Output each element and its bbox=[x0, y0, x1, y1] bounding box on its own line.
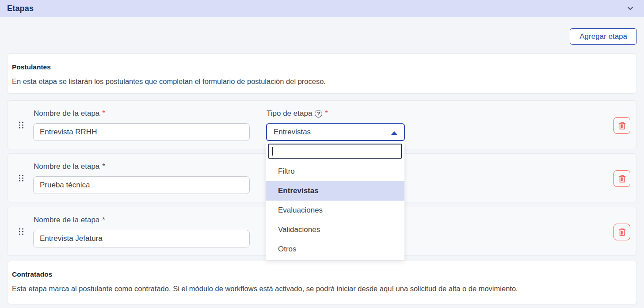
contratados-description: Esta etapa marca al postulante como cont… bbox=[12, 285, 626, 293]
delete-stage-button[interactable] bbox=[614, 224, 630, 240]
chevron-down-icon[interactable] bbox=[626, 4, 634, 12]
dropdown-option-validaciones[interactable]: Validaciones bbox=[266, 220, 404, 240]
required-asterisk: * bbox=[102, 216, 105, 224]
postulantes-card: Postulantes En esta etapa se listarán lo… bbox=[7, 53, 637, 94]
dropdown-option-entrevistas[interactable]: Entrevistas bbox=[266, 181, 404, 201]
stage-name-input[interactable] bbox=[33, 176, 250, 194]
delete-stage-button[interactable] bbox=[614, 117, 630, 134]
required-asterisk: * bbox=[102, 162, 105, 171]
stage-name-input[interactable] bbox=[33, 123, 250, 141]
trash-icon bbox=[618, 228, 626, 236]
stage-name-label: Nombre de la etapa * bbox=[34, 216, 105, 224]
delete-stage-button[interactable] bbox=[614, 170, 630, 187]
dropdown-options-list: Filtro Entrevistas Evaluaciones Validaci… bbox=[266, 162, 404, 259]
drag-handle-icon[interactable] bbox=[17, 173, 25, 183]
contratados-card: Contratados Esta etapa marca al postulan… bbox=[7, 261, 637, 304]
required-asterisk: * bbox=[325, 109, 328, 118]
add-stage-button[interactable]: Agregar etapa bbox=[570, 28, 637, 45]
postulantes-title: Postulantes bbox=[12, 63, 626, 71]
section-title: Etapas bbox=[7, 4, 34, 13]
drag-handle-icon[interactable] bbox=[17, 120, 25, 130]
stage-type-select[interactable]: Entrevistas bbox=[266, 123, 405, 141]
dropdown-search-wrap bbox=[268, 144, 402, 159]
stage-name-label: Nombre de la etapa * bbox=[34, 162, 105, 171]
dropdown-search-input[interactable] bbox=[269, 144, 401, 158]
dropdown-option-otros[interactable]: Otros bbox=[266, 240, 404, 259]
etapas-section-header[interactable]: Etapas bbox=[0, 0, 644, 17]
dropdown-option-filtro[interactable]: Filtro bbox=[266, 162, 404, 181]
stage-name-label: Nombre de la etapa * bbox=[34, 109, 105, 118]
help-icon[interactable]: ? bbox=[315, 110, 322, 118]
postulantes-description: En esta etapa se listarán los postulante… bbox=[12, 77, 626, 86]
selected-type-value: Entrevistas bbox=[274, 128, 311, 137]
stage-type-dropdown-panel: Filtro Entrevistas Evaluaciones Validaci… bbox=[266, 142, 404, 260]
dropdown-option-evaluaciones[interactable]: Evaluaciones bbox=[266, 201, 404, 220]
stage-name-input[interactable] bbox=[33, 230, 250, 247]
text-cursor bbox=[272, 147, 273, 156]
trash-icon bbox=[618, 122, 626, 130]
contratados-title: Contratados bbox=[12, 270, 626, 278]
caret-up-icon bbox=[391, 131, 397, 135]
drag-handle-icon[interactable] bbox=[17, 226, 25, 236]
required-asterisk: * bbox=[102, 109, 105, 118]
trash-icon bbox=[618, 175, 626, 183]
stage-type-label: Tipo de etapa ? * bbox=[267, 109, 328, 118]
